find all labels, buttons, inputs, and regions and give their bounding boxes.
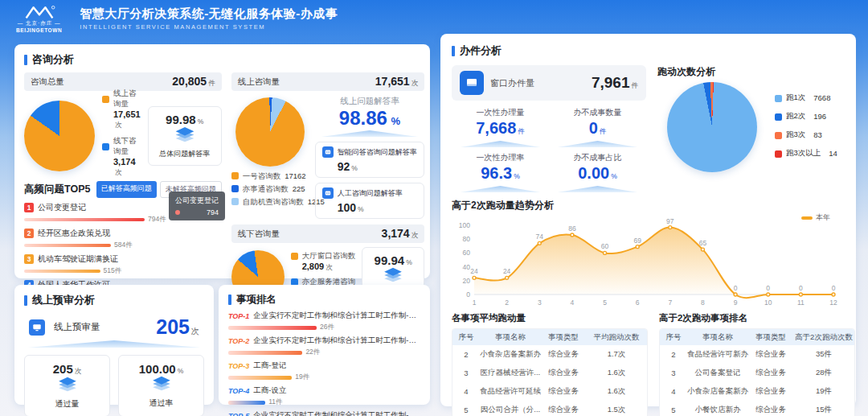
svg-text:0: 0 (799, 284, 803, 292)
ranking-item[interactable]: TOP-5 企业实行不定时工作制和综合计算工时工作制-延续+新办 9件 (228, 410, 420, 416)
window-icon (460, 71, 484, 95)
consult-total-legend[interactable]: 线上咨询量 17,651次 线下咨询量 3,174次 (102, 89, 141, 183)
svg-text:24: 24 (503, 267, 511, 275)
trend-line-chart[interactable]: 0204060801001234567891011122424748660699… (452, 212, 845, 307)
legend-swatch-icon (775, 150, 782, 158)
svg-text:12: 12 (829, 299, 837, 307)
svg-text:6: 6 (636, 299, 640, 307)
trend-chart-wrap[interactable]: 本年 0204060801001234567891011122424748660… (452, 212, 845, 311)
window-volume-value: 7,961件 (592, 74, 638, 92)
consult-total-label: 咨询总量 (31, 76, 64, 88)
table-body[interactable]: 2小食杂店备案新办综合业务1.7次3医疗器械经营许...综合业务1.6次4食品经… (452, 345, 647, 416)
table-row: 4小食杂店备案新办综合业务19件 (660, 382, 854, 401)
assistant-icon (322, 187, 334, 199)
legend-item[interactable]: 跑3次以上14 (775, 148, 837, 159)
legend-item[interactable]: 大厅窗口咨询数 2,809次 (291, 251, 356, 273)
frequency-bar (24, 218, 145, 221)
rank-label: TOP-2 (228, 337, 249, 345)
pedestal-shape (461, 141, 540, 147)
ranking-item[interactable]: TOP-2 企业实行不定时工作制和综合计算工时工作制-延续 22件 (228, 336, 420, 357)
consult-total-value: 20,805件 (172, 75, 215, 89)
svg-text:0: 0 (832, 284, 836, 292)
legend-swatch-icon (231, 172, 239, 179)
svg-text:0: 0 (734, 284, 738, 292)
consult-total-pie[interactable] (24, 101, 95, 171)
legend-swatch-icon (231, 185, 239, 192)
legend-item[interactable]: 跑2次196 (775, 111, 837, 122)
avg-runs-table[interactable]: 序号事项名称事项类型平均跑动次数 2小食杂店备案新办综合业务1.7次3医疗器械经… (452, 328, 648, 416)
preview-stat-box: 100.00% 通过率 (118, 355, 204, 416)
table-body[interactable]: 2食品经营许可新办综合业务35件3公司备案登记综合业务28件4小食杂店备案新办综… (660, 345, 854, 416)
online-pie-legend[interactable]: 一号咨询数17162 亦事通咨询数225 自助机查询咨询数1215 (231, 171, 309, 208)
table-title: 高于2次跑动事项排名 (659, 312, 855, 324)
svg-text:60: 60 (463, 249, 471, 257)
legend-swatch-icon (102, 96, 109, 103)
online-rate-label: 线上问题解答率 (315, 96, 425, 107)
svg-text:8: 8 (701, 299, 705, 307)
app-title: 智慧大厅分析决策系统-无缝化服务体验-办成事 (80, 6, 338, 22)
table-row: 3医疗器械经营许...综合业务1.6次 (452, 364, 647, 382)
frequency-bar (24, 244, 111, 247)
svg-text:2: 2 (505, 299, 509, 307)
case-stat: 办不成事数量 0件 (549, 102, 646, 147)
case-stat: 一次性办理率 96.3% (452, 147, 549, 192)
legend-item[interactable]: 线下咨询量 3,174次 (102, 136, 141, 178)
rank-badge: 3 (24, 254, 34, 264)
table-header-cell: 平均跑动次数 (586, 332, 647, 343)
ranking-item[interactable]: TOP-4 工商-设立 11件 (228, 385, 420, 407)
legend-item[interactable]: 线上咨询量 17,651次 (102, 89, 141, 130)
ranking-list[interactable]: TOP-1 企业实行不定时工作制和综合计算工时工作制-新办 26件 TOP-2 … (228, 311, 420, 416)
assistant-icon (322, 146, 334, 158)
ranking-bar (228, 376, 292, 380)
top5-item[interactable]: 2经开区惠企政策兑现 584件 (24, 228, 222, 250)
top5-item[interactable]: 3机动车驾驶证期满换证 515件 (24, 253, 222, 276)
table-header-cell: 高于2次跑动次数 (793, 332, 854, 343)
ranking-item[interactable]: TOP-3 工商-登记 19件 (228, 360, 420, 382)
legend-item[interactable]: 跑3次83 (775, 130, 837, 140)
panel-title: 事项排名 (228, 293, 420, 307)
panel-title: 办件分析 (452, 43, 845, 58)
legend-item[interactable]: 自助机查询咨询数1215 (231, 197, 309, 208)
rank-badge: 2 (24, 229, 34, 238)
line-swatch-icon (801, 216, 813, 220)
ranking-bar (228, 326, 317, 330)
online-consult-pie[interactable] (235, 97, 305, 167)
legend-item[interactable]: 一号咨询数17162 (231, 171, 309, 182)
online-stat-box: 智能问答咨询问题解答率 92% (315, 142, 425, 178)
svg-text:97: 97 (666, 217, 674, 225)
frequency-bar (24, 270, 100, 273)
legend-swatch-icon (231, 198, 239, 205)
legend-swatch-icon (291, 253, 298, 260)
rank-badge: 1 (24, 203, 34, 212)
online-stat-boxes: 智能问答咨询问题解答率 92% 人工咨询问题解答率 100% (315, 142, 425, 219)
logo: — 北京·亦庄 — BEIJINGETOWN (16, 5, 62, 33)
legend-item[interactable]: 跑1次7668 (775, 93, 837, 103)
table-row: 5小餐饮店新办综合业务15件 (660, 401, 854, 416)
panel-title: 咨询分析 (24, 52, 420, 67)
svg-text:3: 3 (538, 299, 542, 307)
tab-answered-questions[interactable]: 已解答高频问题 (96, 181, 157, 198)
ranking-bar (228, 401, 265, 405)
case-stats-grid: 一次性办理量 7,668件 办不成事数量 0件 一次性办理率 96.3% (452, 102, 646, 192)
trend-legend[interactable]: 本年 (801, 212, 830, 223)
rank-label: TOP-3 (228, 362, 249, 370)
preview-stats: 205次 通过量 100.00% 通过率 (24, 355, 204, 416)
runs-pie-legend[interactable]: 跑1次7668 跑2次196 跑3次83 跑3次以上14 (775, 88, 837, 167)
legend-swatch-icon (102, 143, 109, 150)
trend-title: 高于2次跑动量趋势分析 (452, 199, 845, 212)
preview-stat-box: 205次 通过量 (24, 355, 110, 416)
logo-emblem (23, 5, 55, 19)
pedestal-shape (27, 340, 200, 348)
layers-icon (149, 376, 174, 392)
over2-runs-table[interactable]: 序号事项名称事项类型高于2次跑动次数 2食品经营许可新办综合业务35件3公司备案… (659, 328, 855, 416)
preview-main-label: 线上预审量 (54, 321, 100, 333)
ranking-item[interactable]: TOP-1 企业实行不定时工作制和综合计算工时工作制-新办 26件 (228, 311, 420, 332)
svg-text:1: 1 (473, 299, 477, 307)
layers-icon (55, 377, 80, 393)
runs-pie[interactable] (667, 82, 757, 172)
app-subtitle: INTELLIGENT SERVICE MANAGEMENT SYSTEM (80, 23, 338, 31)
svg-text:20: 20 (463, 277, 471, 285)
table-row: 5因公司合并（分...综合业务1.5次 (452, 401, 647, 416)
legend-item[interactable]: 亦事通咨询数225 (231, 184, 309, 195)
table-header-row: 序号事项名称事项类型平均跑动次数 (452, 329, 647, 345)
